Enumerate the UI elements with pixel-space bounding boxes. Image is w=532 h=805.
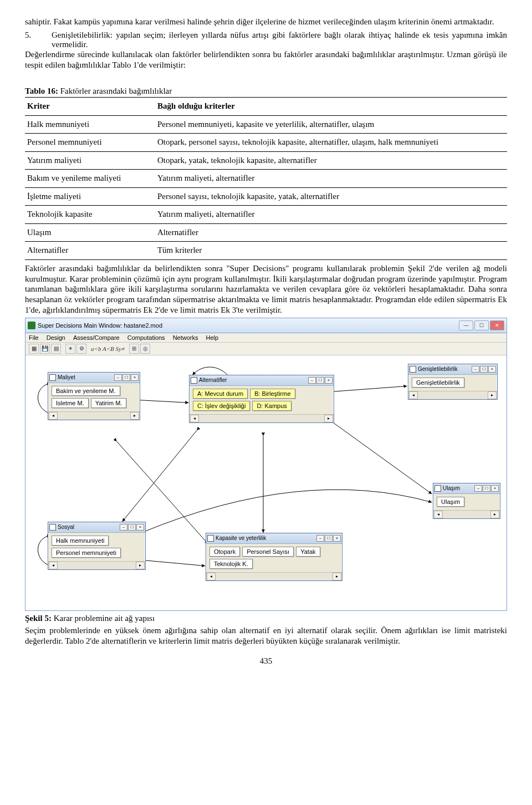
cluster-handle-icon[interactable]	[191, 377, 197, 384]
node[interactable]: Personel memnuniyeti	[52, 548, 121, 558]
scroll-left-icon[interactable]: ◂	[49, 412, 58, 420]
tool-m-icon[interactable]: ⚙	[76, 344, 86, 354]
cluster-handle-icon[interactable]	[410, 366, 416, 373]
cluster-min-icon[interactable]: –	[120, 524, 127, 531]
close-button[interactable]: ✕	[490, 320, 504, 330]
scroll-left-icon[interactable]: ◂	[49, 562, 58, 569]
menu-networks[interactable]: Networks	[173, 334, 198, 341]
figure-paragraph: Seçim problemlerinde en yüksek önem ağır…	[25, 625, 507, 646]
cluster-close-icon[interactable]: ×	[136, 524, 144, 531]
cluster-title[interactable]: Alternatifler –☐×	[190, 375, 334, 386]
cluster-min-icon[interactable]: –	[114, 374, 122, 381]
cluster-min-icon[interactable]: –	[472, 366, 479, 373]
cluster-label: Ulaşım	[443, 485, 460, 491]
node[interactable]: Otopark	[209, 547, 240, 557]
scroll-right-icon[interactable]: ▸	[332, 573, 341, 580]
scroll-right-icon[interactable]: ▸	[136, 562, 145, 569]
table-header-row: Kriter Bağlı olduğu kriterler	[25, 98, 507, 116]
cluster-ulasim[interactable]: Ulaşım –☐× Ulaşım ◂▸	[433, 483, 500, 519]
node[interactable]: Teknolojik K.	[209, 559, 253, 569]
scroll-left-icon[interactable]: ◂	[434, 511, 443, 518]
node[interactable]: C: İşlev değişikliği	[193, 401, 250, 411]
cluster-max-icon[interactable]: ☐	[316, 377, 324, 384]
cell-v: Personel sayısı, teknolojik kapasite, ya…	[155, 187, 507, 206]
node[interactable]: Isletme M.	[52, 398, 89, 408]
scroll-right-icon[interactable]: ▸	[130, 412, 139, 420]
tool-node-icon[interactable]: ◎	[140, 344, 150, 354]
cluster-scrollbar[interactable]: ◂▸	[433, 510, 500, 518]
table-row: Alternatifler Tüm kriterler	[25, 242, 507, 260]
cluster-scrollbar[interactable]: ◂▸	[48, 561, 145, 569]
tool-new-icon[interactable]: ▦	[29, 344, 39, 354]
menu-help[interactable]: Help	[206, 334, 218, 341]
cluster-scrollbar[interactable]: ◂▸	[408, 391, 497, 399]
maximize-button[interactable]: ☐	[474, 320, 489, 330]
cluster-max-icon[interactable]: ☐	[122, 374, 130, 381]
minimize-button[interactable]: —	[459, 320, 473, 330]
cluster-sosyal[interactable]: Sosyal –☐× Halk memnuniyeti Personel mem…	[48, 522, 146, 570]
menu-computations[interactable]: Computations	[127, 334, 165, 341]
tool-net-icon[interactable]: ⊞	[129, 344, 139, 354]
cluster-title[interactable]: Kapasite ve yeterlilik –☐×	[206, 533, 342, 544]
menu-file[interactable]: File	[29, 334, 39, 341]
cluster-title[interactable]: Maliyet –☐×	[48, 373, 140, 383]
node[interactable]: Yatak	[296, 547, 320, 557]
cluster-scrollbar[interactable]: ◂▸	[190, 414, 334, 422]
cluster-max-icon[interactable]: ☐	[483, 485, 490, 492]
node[interactable]: Halk memnuniyeti	[52, 536, 109, 546]
cluster-close-icon[interactable]: ×	[131, 374, 139, 381]
node[interactable]: A: Mevcut durum	[193, 389, 248, 399]
cluster-close-icon[interactable]: ×	[491, 485, 499, 492]
cluster-scrollbar[interactable]: ◂▸	[48, 411, 140, 420]
header-kriter: Kriter	[25, 98, 155, 116]
cluster-max-icon[interactable]: ☐	[128, 524, 136, 531]
cluster-alternatifler[interactable]: Alternatifler –☐× A: Mevcut durum B: Bir…	[189, 375, 334, 423]
svg-line-0	[136, 400, 189, 402]
menu-assess[interactable]: Assess/Compare	[73, 334, 120, 341]
node[interactable]: Yatirim M.	[91, 398, 127, 408]
cluster-close-icon[interactable]: ×	[325, 377, 332, 384]
list-number: 5.	[25, 30, 52, 49]
scroll-left-icon[interactable]: ◂	[207, 573, 216, 580]
cluster-maliyet[interactable]: Maliyet –☐× Bakim ve yenileme M. Isletme…	[48, 372, 140, 420]
canvas: Maliyet –☐× Bakim ve yenileme M. Isletme…	[25, 355, 507, 610]
node[interactable]: Bakim ve yenileme M.	[52, 386, 120, 396]
cluster-title[interactable]: Ulaşım –☐×	[433, 483, 500, 494]
cluster-handle-icon[interactable]	[434, 485, 441, 492]
cluster-max-icon[interactable]: ☐	[480, 366, 488, 373]
after-table-paragraph: Faktörler arasındaki bağımlılıklar da be…	[25, 263, 507, 315]
cluster-max-icon[interactable]: ☐	[325, 535, 332, 542]
cluster-min-icon[interactable]: –	[474, 485, 482, 492]
cluster-close-icon[interactable]: ×	[488, 366, 496, 373]
cluster-handle-icon[interactable]	[207, 535, 214, 542]
menu-design[interactable]: Design	[47, 334, 65, 341]
node[interactable]: Ulaşım	[437, 497, 464, 507]
cluster-genisletilebilirlik[interactable]: Genişletilebilirlik –☐× Genişletilebilir…	[408, 364, 498, 400]
menubar: File Design Assess/Compare Computations …	[25, 333, 507, 343]
cluster-kapasite[interactable]: Kapasite ve yeterlilik –☐× Otopark Perso…	[206, 533, 342, 581]
cluster-scrollbar[interactable]: ◂▸	[206, 572, 342, 580]
tool-open-icon[interactable]: ▤	[51, 344, 61, 354]
tool-x-icon[interactable]: ✶	[65, 344, 75, 354]
node[interactable]: D: Kampus	[252, 401, 291, 411]
node[interactable]: Genişletilebilirlik	[412, 378, 464, 388]
scroll-right-icon[interactable]: ▸	[324, 415, 333, 422]
table-row: Ulaşım Alternatifler	[25, 223, 507, 242]
cluster-title[interactable]: Sosyal –☐×	[48, 522, 145, 533]
node[interactable]: B: Birleştirme	[250, 389, 295, 399]
scroll-left-icon[interactable]: ◂	[409, 391, 418, 399]
scroll-left-icon[interactable]: ◂	[190, 415, 199, 422]
cluster-handle-icon[interactable]	[49, 374, 56, 381]
cluster-handle-icon[interactable]	[49, 524, 56, 531]
node[interactable]: Personel Sayısı	[242, 547, 294, 557]
cluster-min-icon[interactable]: –	[316, 535, 324, 542]
scroll-right-icon[interactable]: ▸	[488, 391, 497, 399]
scroll-right-icon[interactable]: ▸	[490, 511, 499, 518]
cluster-min-icon[interactable]: –	[308, 377, 316, 384]
page-number: 435	[25, 656, 507, 666]
cell-v: Personel memnuniyeti, kapasite ve yeterl…	[155, 115, 507, 134]
cell-k: Alternatifler	[25, 242, 155, 260]
tool-save-icon[interactable]: 💾	[40, 344, 50, 354]
cluster-title[interactable]: Genişletilebilirlik –☐×	[408, 364, 497, 375]
cluster-close-icon[interactable]: ×	[333, 535, 341, 542]
